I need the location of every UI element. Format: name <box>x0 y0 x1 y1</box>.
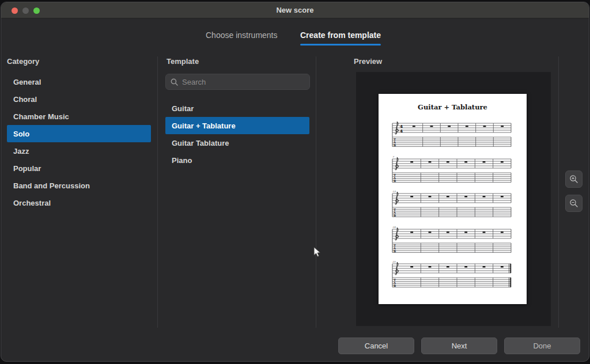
template-item[interactable]: Piano <box>165 151 309 169</box>
template-item-label: Guitar Tablature <box>172 139 229 147</box>
preview-page: Guitar + Tablature44TABTAB7TAB13TAB19TAB… <box>379 94 527 304</box>
zoom-out-button[interactable] <box>565 195 583 212</box>
template-list: GuitarGuitar + TablatureGuitar Tablature… <box>165 100 309 169</box>
preview-header: Preview <box>354 57 382 66</box>
category-item-label: Solo <box>13 130 29 138</box>
category-item-label: Orchestral <box>13 199 51 207</box>
titlebar: New score <box>1 2 589 18</box>
mouse-cursor <box>313 247 321 257</box>
category-item[interactable]: Popular <box>7 160 151 177</box>
zoom-in-icon <box>569 175 578 184</box>
template-item[interactable]: Guitar Tablature <box>165 134 309 151</box>
svg-text:25: 25 <box>392 260 396 263</box>
category-item[interactable]: Orchestral <box>7 194 151 211</box>
new-score-dialog: New score Choose instruments Create from… <box>1 2 589 362</box>
search-input[interactable] <box>182 78 305 86</box>
category-item[interactable]: Chamber Music <box>7 108 151 125</box>
score-preview: Guitar + Tablature44TABTAB7TAB13TAB19TAB… <box>379 94 527 304</box>
template-item-label: Piano <box>172 156 192 165</box>
template-item-label: Guitar <box>172 104 194 113</box>
svg-text:13: 13 <box>392 190 396 193</box>
category-item-label: Jazz <box>13 147 29 156</box>
category-item-label: Band and Percussion <box>13 181 90 190</box>
window-title: New score <box>1 2 589 18</box>
divider-preview-right <box>558 56 559 328</box>
zoom-in-button[interactable] <box>565 170 583 188</box>
search-box <box>165 74 310 90</box>
category-item-label: Chamber Music <box>13 112 69 121</box>
zoom-out-icon <box>569 199 578 208</box>
done-button[interactable]: Done <box>504 338 580 354</box>
svg-text:B: B <box>394 143 396 147</box>
category-item-label: Choral <box>13 95 37 104</box>
tab-choose-instruments[interactable]: Choose instruments <box>206 31 278 42</box>
next-button[interactable]: Next <box>421 338 497 354</box>
cancel-button[interactable]: Cancel <box>338 338 414 354</box>
category-item[interactable]: Solo <box>7 125 151 142</box>
svg-text:B: B <box>394 284 396 287</box>
divider-template-preview <box>316 56 316 328</box>
category-item[interactable]: Band and Percussion <box>7 177 151 194</box>
search-icon <box>171 78 178 86</box>
template-header: Template <box>167 57 199 66</box>
category-item-label: General <box>13 78 41 86</box>
category-item[interactable]: Jazz <box>7 142 151 160</box>
svg-text:B: B <box>394 214 396 217</box>
tab-create-from-template[interactable]: Create from template <box>300 31 381 42</box>
template-item[interactable]: Guitar + Tablature <box>165 117 309 134</box>
template-item-label: Guitar + Tablature <box>172 122 236 130</box>
template-item[interactable]: Guitar <box>165 100 309 117</box>
svg-text:7: 7 <box>392 156 395 158</box>
svg-text:4: 4 <box>400 128 403 134</box>
category-item[interactable]: General <box>7 73 151 90</box>
category-header: Category <box>7 57 39 66</box>
category-list: GeneralChoralChamber MusicSoloJazzPopula… <box>7 73 151 211</box>
svg-text:B: B <box>394 179 396 183</box>
svg-text:19: 19 <box>392 226 396 229</box>
category-item-label: Popular <box>13 164 41 173</box>
category-item[interactable]: Choral <box>7 90 151 108</box>
svg-text:B: B <box>394 249 396 253</box>
divider-category-template <box>157 56 158 328</box>
svg-text:Guitar + Tablature: Guitar + Tablature <box>418 103 487 111</box>
